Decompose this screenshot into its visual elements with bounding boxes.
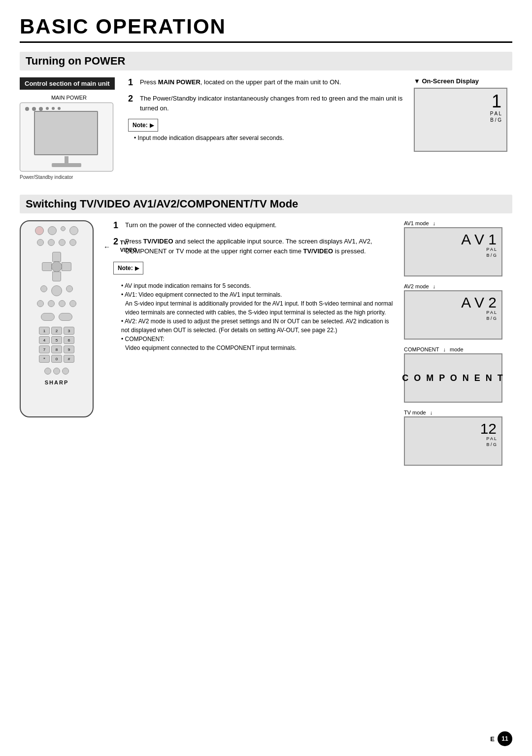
remote-row4 [25,300,89,307]
remote-btn-c[interactable] [59,300,66,307]
sw-note-3: AV2: AV2 mode is used to adjust the pres… [121,317,394,335]
step-1-text: Press MAIN POWER, located on the upper p… [140,77,341,88]
tv-mode-label: TV mode [404,410,426,415]
remote-num-6[interactable]: 6 [64,336,74,344]
remote-ok-btn[interactable] [66,285,73,292]
remote-dpad-down[interactable] [52,272,61,281]
tv-sub-bg: B / G [480,442,497,448]
sw-step-1-text: Turn on the power of the connected video… [125,220,276,231]
sw-note-4: COMPONENT: [121,335,394,344]
remote-num-0[interactable]: 0 [51,355,62,363]
step-1: 1 Press MAIN POWER, located on the upper… [128,77,404,88]
tv-ctrl-dot-1 [25,107,29,111]
av1-main-text: A V 1 [461,232,497,247]
remote-tvvideo-btn[interactable] [69,226,78,235]
remote-num-star[interactable]: ＊ [39,355,50,363]
remote-btn-d[interactable] [69,300,76,307]
av2-mode-label: AV2 mode [404,283,429,289]
switching-note-list-2: AV2: AV2 mode is used to adjust the pres… [113,317,394,344]
av2-sub-bg: B / G [461,316,497,322]
remote-area: 1 2 3 4 5 6 7 8 9 ＊ 0 # [20,220,103,417]
remote-num-9[interactable]: 9 [64,345,74,353]
remote-extra-btn[interactable] [62,368,69,375]
sw-note-1: AV input mode indication remains for 5 s… [121,281,394,290]
remote-end-btn[interactable] [69,239,76,246]
remote-num-4[interactable]: 4 [39,336,50,344]
remote-menu-btn[interactable] [51,285,62,296]
remote-sleep-btn[interactable] [44,368,51,375]
tv-screen-content: 12 P A L B / G [480,421,497,447]
remote-num-8[interactable]: 8 [51,345,62,353]
remote-num-3[interactable]: 3 [64,327,74,335]
tv-stand [65,156,68,163]
remote-num-5[interactable]: 5 [51,336,62,344]
remote-num-1[interactable]: 1 [39,327,50,335]
remote-wrapper: 1 2 3 4 5 6 7 8 9 ＊ 0 # [20,220,103,417]
remote-dpad [42,252,71,281]
av1-mode-label-row: AV1 mode ↓ [404,220,512,226]
tv-screen [34,111,98,155]
sw-note-2b: An S-video input terminal is additionall… [113,299,394,317]
remote-vol-rocker[interactable] [41,313,55,321]
remote-dismode-btn[interactable] [53,368,60,375]
turning-on-header: Turning on POWER [20,52,512,70]
tv-mode-group: TV mode ↓ 12 P A L B / G [404,410,512,468]
remote-btn-b[interactable] [48,300,55,307]
tv-sub-pal: P A L [480,436,497,442]
sw-note-arrow-icon: ▶ [135,265,139,272]
note-label: Note: [133,122,148,129]
remote-num-7[interactable]: 7 [39,345,50,353]
tv-ctrl-dot-2 [32,107,36,111]
sw-step-2: 2 Press TV/VIDEO and select the applicab… [113,237,394,256]
sw-step-1-num: 1 [113,220,122,231]
component-mode-arrow: ↓ [443,346,446,352]
remote-power-btn[interactable] [35,226,44,235]
step-2-text: The Power/Standby indicator instantaneou… [140,94,404,113]
av1-mode-arrow: ↓ [433,220,436,226]
note-item-1: Input mode indication disappears after s… [134,135,404,141]
page-e-label: E [490,735,495,743]
remote-numpad: 1 2 3 4 5 6 7 8 9 ＊ 0 # [39,327,74,363]
remote-teo-btn[interactable] [61,226,66,231]
remote-num-2[interactable]: 2 [51,327,62,335]
av1-sub-pal: P A L [461,247,497,253]
av2-screen: A V 2 P A L B / G [404,290,502,340]
sw-note-4b: Video equipment connected to the COMPONE… [113,344,394,352]
remote-row2 [25,239,89,246]
on-screen-label: On-Screen Display [414,77,512,85]
remote-bottom-row1 [44,368,69,375]
tv-diagram [20,103,113,172]
component-mode-label: COMPONENT [404,346,439,352]
screen-sub-pal: P A L [490,110,501,117]
tv-image-area: Control section of main unit MAIN POWER … [20,77,118,180]
tv-video-label: TV/VIDEO [120,239,137,254]
sw-note-box: Note: ▶ [113,262,143,275]
remote-hold-btn[interactable] [37,239,44,246]
tv-video-arrow: ← [103,243,110,251]
tv-mode-label-row: TV mode ↓ [404,410,512,415]
remote-mix-btn[interactable] [40,285,47,292]
remote-reveal-btn[interactable] [59,239,66,246]
screen-content: 1 P A L B / G [490,93,501,123]
page-number: 11 [498,731,512,746]
screen-channel: 1 [490,93,501,110]
switching-section: Switching TV/VIDEO AV1/AV2/COMPONENT/TV … [20,195,512,468]
sw-step-2-text: Press TV/VIDEO and select the applicable… [125,237,394,256]
remote-dpad-left[interactable] [42,262,52,271]
remote-rocker-row [41,313,72,321]
turning-on-section: Turning on POWER Control section of main… [20,52,512,180]
remote-subpage-btn[interactable] [48,239,55,246]
remote-dpad-center[interactable] [51,261,62,272]
remote-bright-btn[interactable] [48,226,57,235]
remote-btn-a[interactable] [37,300,44,307]
remote-ch-rocker[interactable] [59,313,72,321]
remote-dpad-up[interactable] [52,252,61,262]
osd-screens-area: AV1 mode ↓ A V 1 P A L B / G AV2 mode ↓ [404,220,512,468]
remote-dpad-right[interactable] [62,262,71,271]
tv-base [52,163,81,167]
switching-body: 1 2 3 4 5 6 7 8 9 ＊ 0 # [20,220,512,468]
av1-mode-label: AV1 mode [404,220,429,226]
switching-notes: AV input mode indication remains for 5 s… [113,281,394,352]
remote-num-hash[interactable]: # [64,355,74,363]
component-mode-suffix: mode [450,346,464,352]
